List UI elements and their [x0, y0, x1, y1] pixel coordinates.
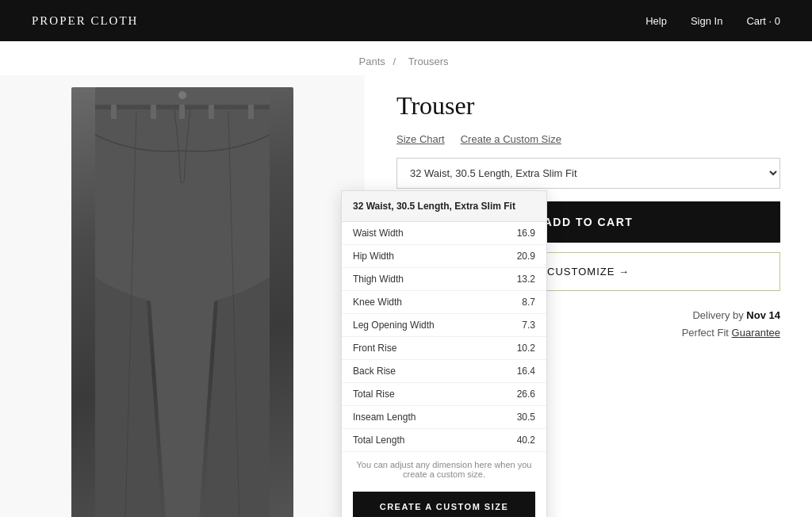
product-title: Trouser: [396, 91, 780, 121]
measurement-value: 26.6: [517, 389, 535, 400]
svg-rect-8: [209, 105, 214, 119]
measurement-value: 20.9: [517, 251, 535, 262]
cart-link[interactable]: Cart · 0: [746, 15, 780, 27]
size-chart-link[interactable]: Size Chart: [396, 133, 445, 145]
measurement-label: Hip Width: [353, 251, 394, 262]
breadcrumb-current: Trousers: [408, 56, 449, 67]
measurement-row: Inseam Length30.5: [342, 406, 546, 429]
measurement-label: Thigh Width: [353, 274, 404, 285]
measurement-row: Total Length40.2: [342, 429, 546, 451]
breadcrumb-parent[interactable]: Pants: [359, 56, 385, 67]
measurement-label: Waist Width: [353, 228, 404, 239]
product-image-area: [0, 75, 365, 517]
measurement-row: Back Rise16.4: [342, 360, 546, 383]
measurement-label: Back Rise: [353, 366, 396, 377]
svg-point-2: [178, 91, 186, 99]
size-popup-cta-button[interactable]: CREATE A CUSTOM SIZE: [353, 492, 535, 517]
size-links: Size Chart Create a Custom Size: [396, 133, 780, 145]
measurement-label: Total Rise: [353, 389, 395, 400]
delivery-label: Delivery by: [692, 309, 743, 321]
measurement-value: 30.5: [517, 412, 535, 423]
measurement-label: Front Rise: [353, 343, 396, 354]
measurement-value: 10.2: [517, 343, 535, 354]
size-popup-note: You can adjust any dimension here when y…: [342, 451, 546, 487]
measurement-row: Total Rise26.6: [342, 383, 546, 406]
measurement-value: 16.9: [517, 228, 535, 239]
measurement-row: Leg Opening Width7.3: [342, 314, 546, 337]
guarantee-link[interactable]: Guarantee: [732, 327, 780, 339]
measurement-label: Leg Opening Width: [353, 320, 435, 331]
measurement-row: Front Rise10.2: [342, 337, 546, 360]
create-custom-size-link[interactable]: Create a Custom Size: [461, 133, 561, 145]
product-detail: Trouser Size Chart Create a Custom Size …: [365, 75, 812, 517]
measurement-label: Total Length: [353, 435, 404, 446]
size-selector-row: 32 Waist, 30.5 Length, Extra Slim Fit: [396, 158, 780, 189]
measurement-value: 7.3: [522, 320, 535, 331]
site-header: PROPER CLOTH Help Sign In Cart · 0: [0, 0, 812, 41]
product-image: [71, 87, 293, 517]
main-content: Trouser Size Chart Create a Custom Size …: [0, 75, 812, 517]
header-nav: Help Sign In Cart · 0: [645, 15, 780, 27]
svg-rect-7: [179, 105, 185, 119]
svg-rect-9: [248, 105, 254, 119]
measurement-value: 40.2: [517, 435, 535, 446]
measurement-value: 8.7: [522, 297, 535, 308]
trouser-svg: [71, 87, 293, 517]
measurement-value: 13.2: [517, 274, 535, 285]
measurement-row: Thigh Width13.2: [342, 268, 546, 291]
size-popup: 32 Waist, 30.5 Length, Extra Slim Fit Wa…: [341, 190, 547, 517]
help-link[interactable]: Help: [645, 15, 667, 27]
breadcrumb-separator: /: [393, 56, 396, 67]
svg-rect-5: [111, 105, 117, 119]
size-popup-header: 32 Waist, 30.5 Length, Extra Slim Fit: [342, 191, 546, 222]
measurement-rows: Waist Width16.9Hip Width20.9Thigh Width1…: [342, 222, 546, 451]
signin-link[interactable]: Sign In: [691, 15, 722, 27]
size-select[interactable]: 32 Waist, 30.5 Length, Extra Slim Fit: [396, 158, 780, 189]
site-logo: PROPER CLOTH: [32, 14, 138, 28]
breadcrumb: Pants / Trousers: [0, 41, 812, 75]
measurement-row: Waist Width16.9: [342, 222, 546, 245]
measurement-label: Inseam Length: [353, 412, 416, 423]
measurement-row: Hip Width20.9: [342, 245, 546, 268]
svg-rect-6: [151, 105, 156, 119]
measurement-label: Knee Width: [353, 297, 402, 308]
guarantee-label: Perfect Fit: [682, 327, 729, 339]
measurement-value: 16.4: [517, 366, 535, 377]
measurement-row: Knee Width8.7: [342, 291, 546, 314]
delivery-date: Nov 14: [746, 309, 780, 321]
